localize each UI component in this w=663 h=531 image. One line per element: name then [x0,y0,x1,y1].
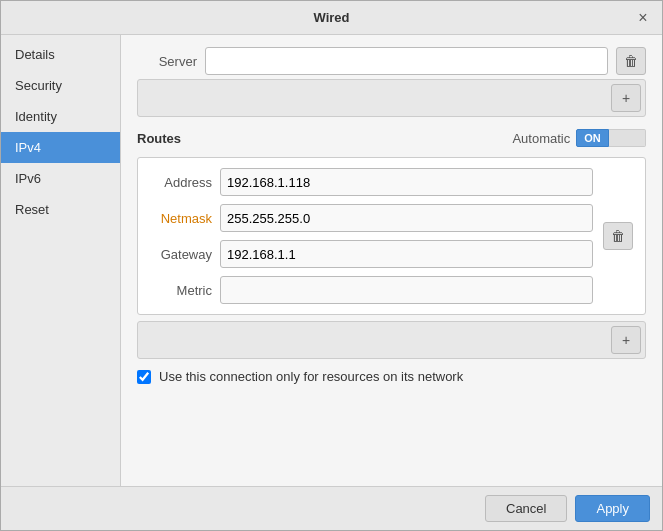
netmask-row: Netmask [150,204,593,232]
gateway-label: Gateway [150,247,220,262]
metric-label: Metric [150,283,220,298]
netmask-input[interactable] [220,204,593,232]
server-row: Server 🗑 [137,47,646,75]
main-panel: Server 🗑 + Routes Automatic ON [121,35,662,486]
sidebar-item-ipv6[interactable]: IPv6 [1,163,120,194]
toggle-on: ON [576,129,609,147]
connection-checkbox-row: Use this connection only for resources o… [137,369,646,384]
apply-button[interactable]: Apply [575,495,650,522]
title-bar: Wired × [1,1,662,35]
delete-server-button[interactable]: 🗑 [616,47,646,75]
route-add-bar: + [137,321,646,359]
routes-label: Routes [137,131,181,146]
gateway-input[interactable] [220,240,593,268]
delete-route-button[interactable]: 🗑 [603,222,633,250]
dialog-title: Wired [314,10,350,25]
metric-input[interactable] [220,276,593,304]
address-label: Address [150,175,220,190]
server-input[interactable] [205,47,608,75]
netmask-label: Netmask [150,211,220,226]
dialog-footer: Cancel Apply [1,486,662,530]
server-label: Server [137,54,197,69]
automatic-label: Automatic [512,131,570,146]
connection-only-checkbox[interactable] [137,370,151,384]
content-area: Details Security Identity IPv4 IPv6 Rese… [1,35,662,486]
address-input[interactable] [220,168,593,196]
sidebar-item-security[interactable]: Security [1,70,120,101]
add-route-button[interactable]: + [611,326,641,354]
trash-icon-route: 🗑 [611,228,625,244]
server-add-bar: + [137,79,646,117]
wired-dialog: Wired × Details Security Identity IPv4 I… [0,0,663,531]
route-form: Address Netmask Gateway Metric [150,168,593,304]
checkbox-label: Use this connection only for resources o… [159,369,463,384]
metric-row: Metric [150,276,593,304]
route-delete-area: 🗑 [603,168,633,304]
address-row: Address [150,168,593,196]
toggle-switch[interactable]: ON [576,129,646,147]
gateway-row: Gateway [150,240,593,268]
toggle-off [609,129,646,147]
plus-icon-route: + [622,332,630,348]
trash-icon: 🗑 [624,53,638,69]
cancel-button[interactable]: Cancel [485,495,567,522]
plus-icon: + [622,90,630,106]
route-entry: Address Netmask Gateway Metric [137,157,646,315]
add-server-button[interactable]: + [611,84,641,112]
close-button[interactable]: × [632,7,654,29]
routes-header: Routes Automatic ON [137,129,646,147]
sidebar-item-details[interactable]: Details [1,39,120,70]
automatic-toggle-group: Automatic ON [512,129,646,147]
sidebar-item-reset[interactable]: Reset [1,194,120,225]
sidebar-item-identity[interactable]: Identity [1,101,120,132]
sidebar-item-ipv4[interactable]: IPv4 [1,132,120,163]
sidebar: Details Security Identity IPv4 IPv6 Rese… [1,35,121,486]
